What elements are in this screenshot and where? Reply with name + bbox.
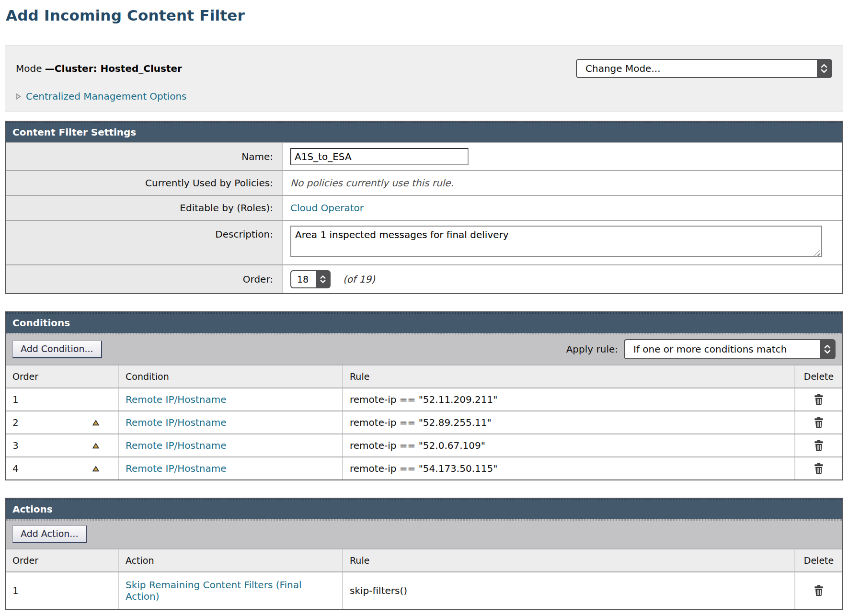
apply-rule-label: Apply rule: — [566, 343, 618, 355]
policies-row: Currently Used by Policies: No policies … — [6, 170, 842, 195]
delete-action-button[interactable] — [814, 585, 824, 596]
trash-icon — [814, 468, 824, 476]
order-select[interactable]: 18 — [290, 270, 331, 288]
roles-value-link[interactable]: Cloud Operator — [290, 202, 364, 214]
apply-rule-group: Apply rule: If one or more conditions ma… — [566, 339, 836, 359]
condition-delete-cell — [794, 388, 842, 411]
action-order-value: 1 — [12, 585, 19, 596]
name-input[interactable] — [290, 148, 469, 165]
centralized-management-row: Centralized Management Options — [16, 91, 832, 102]
order-row: Order: 18 (of 19) — [6, 264, 842, 293]
condition-cell: Remote IP/Hostname — [118, 434, 342, 456]
rule-text: remote-ip == "52.0.67.109" — [350, 440, 485, 451]
condition-delete-cell — [794, 434, 842, 456]
mode-value: —Cluster: Hosted_Cluster — [45, 63, 182, 74]
add-action-button[interactable]: Add Action... — [12, 525, 87, 543]
order-of-total: (of 19) — [343, 274, 375, 285]
delete-condition-button[interactable] — [814, 463, 824, 474]
apply-rule-select-value: If one or more conditions match — [625, 340, 820, 358]
action-order-cell: 1 — [6, 572, 118, 609]
col-header-order: Order — [6, 549, 118, 571]
condition-rule-cell: remote-ip == "54.173.50.115" — [342, 457, 794, 479]
action-rule-cell: skip-filters() — [342, 572, 794, 609]
apply-rule-select[interactable]: If one or more conditions match — [624, 339, 836, 359]
condition-rule-cell: remote-ip == "52.89.255.11" — [342, 411, 794, 433]
conditions-table-header: Order Condition Rule Delete — [6, 365, 842, 388]
conditions-section: Conditions Add Condition... Apply rule: … — [5, 311, 843, 480]
col-header-condition: Condition — [118, 365, 342, 388]
col-header-rule: Rule — [342, 365, 794, 388]
content-filter-settings-section: Content Filter Settings Name: Currently … — [5, 121, 843, 294]
condition-table-row: 4 Remote IP/Hostname remote-ip == "54.17… — [6, 456, 842, 479]
condition-order-value: 1 — [12, 394, 19, 405]
description-label: Description: — [6, 221, 283, 264]
trash-icon — [814, 422, 824, 430]
condition-order-cell: 3 — [6, 434, 118, 456]
trash-icon — [814, 399, 824, 407]
col-header-order: Order — [6, 365, 118, 388]
description-textarea[interactable]: Area 1 inspected messages for final deli… — [290, 226, 822, 257]
page-title: Add Incoming Content Filter — [6, 7, 843, 24]
actions-toolbar: Add Action... — [6, 519, 842, 548]
delete-condition-button[interactable] — [814, 440, 824, 451]
conditions-table-body: 1 Remote IP/Hostname remote-ip == "52.11… — [6, 388, 842, 479]
condition-table-row: 1 Remote IP/Hostname remote-ip == "52.11… — [6, 388, 842, 411]
name-row: Name: — [6, 142, 842, 170]
condition-order-cell: 4 — [6, 457, 118, 479]
order-select-value: 18 — [291, 271, 316, 287]
condition-table-row: 3 Remote IP/Hostname remote-ip == "52.0.… — [6, 433, 842, 456]
policies-label: Currently Used by Policies: — [6, 171, 283, 195]
col-header-delete: Delete — [794, 365, 842, 388]
select-stepper-icon — [817, 60, 831, 77]
delete-condition-button[interactable] — [814, 394, 824, 405]
condition-delete-cell — [794, 457, 842, 479]
condition-cell: Remote IP/Hostname — [118, 388, 342, 411]
col-header-rule: Rule — [342, 549, 794, 571]
roles-row: Editable by (Roles): Cloud Operator — [6, 195, 842, 220]
expand-triangle-icon[interactable] — [16, 93, 21, 100]
order-label: Order: — [6, 265, 283, 293]
centralized-management-link[interactable]: Centralized Management Options — [26, 91, 187, 102]
move-up-icon — [92, 466, 100, 473]
mode-panel: Mode —Cluster: Hosted_Cluster Change Mod… — [5, 45, 843, 112]
action-cell: Skip Remaining Content Filters (Final Ac… — [118, 572, 342, 609]
condition-link[interactable]: Remote IP/Hostname — [126, 463, 226, 474]
rule-text: skip-filters() — [350, 585, 407, 596]
condition-rule-cell: remote-ip == "52.0.67.109" — [342, 434, 794, 456]
add-condition-button[interactable]: Add Condition... — [12, 341, 102, 358]
move-up-button[interactable] — [92, 420, 100, 426]
mode-row: Mode —Cluster: Hosted_Cluster Change Mod… — [16, 59, 832, 78]
rule-text: remote-ip == "52.89.255.11" — [350, 417, 492, 428]
mode-label: Mode — [16, 63, 45, 74]
action-link[interactable]: Skip Remaining Content Filters (Final Ac… — [126, 579, 335, 602]
page: Add Incoming Content Filter Mode —Cluste… — [0, 0, 848, 616]
col-header-delete: Delete — [794, 549, 842, 571]
condition-cell: Remote IP/Hostname — [118, 457, 342, 479]
description-textarea-wrap: Area 1 inspected messages for final deli… — [290, 226, 822, 260]
move-up-icon — [92, 420, 100, 427]
condition-order-value: 4 — [12, 463, 19, 474]
change-mode-select[interactable]: Change Mode... — [576, 59, 832, 78]
rule-text: remote-ip == "54.173.50.115" — [350, 463, 497, 474]
mode-text: Mode —Cluster: Hosted_Cluster — [16, 63, 182, 74]
condition-link[interactable]: Remote IP/Hostname — [126, 417, 226, 428]
move-up-icon — [92, 443, 100, 450]
trash-icon — [814, 591, 824, 598]
condition-link[interactable]: Remote IP/Hostname — [126, 440, 226, 451]
condition-link[interactable]: Remote IP/Hostname — [126, 394, 226, 405]
actions-section: Actions Add Action... Order Action Rule … — [5, 498, 843, 610]
condition-table-row: 2 Remote IP/Hostname remote-ip == "52.89… — [6, 411, 842, 433]
move-up-button[interactable] — [92, 443, 100, 449]
condition-rule-cell: remote-ip == "52.11.209.211" — [342, 388, 794, 411]
settings-section-header: Content Filter Settings — [6, 122, 842, 142]
condition-order-value: 2 — [12, 417, 19, 428]
description-row: Description: Area 1 inspected messages f… — [6, 220, 842, 264]
select-stepper-icon — [820, 340, 835, 358]
move-up-button[interactable] — [92, 466, 100, 472]
name-label: Name: — [6, 143, 283, 170]
condition-order-cell: 1 — [6, 388, 118, 411]
delete-condition-button[interactable] — [814, 417, 824, 428]
col-header-action: Action — [118, 549, 342, 571]
condition-order-value: 3 — [12, 440, 19, 451]
conditions-section-header: Conditions — [6, 312, 842, 333]
